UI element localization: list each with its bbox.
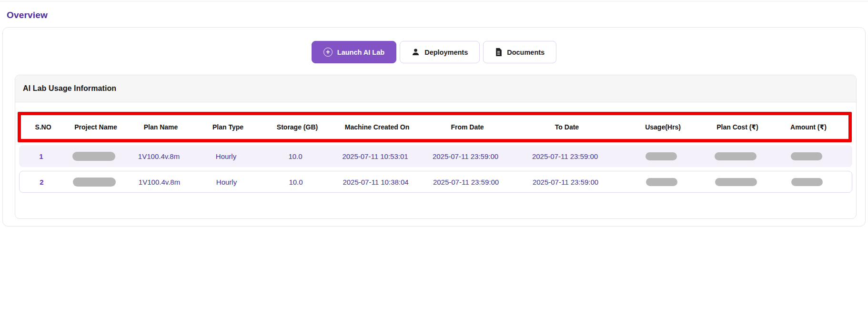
column-header-to-date: To Date (515, 123, 619, 131)
document-icon (495, 48, 502, 56)
plus-circle-icon: + (323, 48, 333, 57)
cell-usage-hrs (618, 178, 705, 186)
launch-ai-lab-label: Launch AI Lab (337, 49, 384, 56)
redacted-value-pill (72, 152, 115, 161)
redacted-value-pill (73, 178, 116, 187)
redacted-value-pill (791, 152, 822, 160)
top-divider (0, 1, 868, 1)
column-header-sno: S.NO (21, 123, 65, 131)
cell-amount (767, 178, 847, 186)
cell-usage-hrs (617, 152, 705, 160)
cell-plan-name: 1V100.4v.8m (124, 152, 193, 160)
person-icon (412, 48, 420, 56)
usage-info-card-header: AI Lab Usage Information (15, 75, 856, 102)
cell-plan-type: Hourly (193, 152, 259, 160)
redacted-value-pill (715, 178, 757, 186)
cell-plan-cost (705, 152, 767, 160)
redacted-value-pill (646, 178, 677, 186)
table-header-row: S.NO Project Name Plan Name Plan Type St… (21, 115, 848, 139)
column-header-project: Project Name (65, 123, 126, 131)
column-header-usage-hrs: Usage(Hrs) (619, 123, 707, 131)
redacted-value-pill (715, 152, 757, 160)
documents-button[interactable]: Documents (483, 41, 556, 63)
column-header-storage: Storage (GB) (261, 123, 334, 131)
cell-storage: 10.0 (259, 152, 332, 160)
overview-card: + Launch AI Lab Deployments Documents AI… (2, 27, 866, 227)
cell-from-date: 2025-07-11 23:59:00 (419, 178, 513, 186)
redacted-value-pill (791, 178, 823, 186)
cell-sno: 2 (20, 178, 64, 186)
cell-plan-cost (705, 178, 767, 186)
column-header-machine-created: Machine Created On (334, 123, 420, 131)
table-row: 1 1V100.4v.8m Hourly 10.0 2025-07-11 10:… (19, 145, 852, 167)
cell-to-date: 2025-07-11 23:59:00 (513, 152, 617, 160)
cell-plan-type: Hourly (194, 178, 259, 186)
deployments-button[interactable]: Deployments (400, 41, 480, 63)
column-header-plan-name: Plan Name (126, 123, 195, 131)
cell-machine-created: 2025-07-11 10:38:04 (333, 178, 419, 186)
column-header-plan-type: Plan Type (195, 123, 261, 131)
column-header-amount: Amount (₹) (768, 123, 848, 131)
redacted-value-pill (646, 152, 677, 160)
launch-ai-lab-button[interactable]: + Launch AI Lab (312, 41, 396, 63)
toolbar: + Launch AI Lab Deployments Documents (3, 28, 865, 63)
cell-plan-name: 1V100.4v.8m (125, 178, 194, 186)
usage-info-card-title: AI Lab Usage Information (23, 84, 116, 93)
cell-from-date: 2025-07-11 23:59:00 (418, 152, 513, 160)
page-title: Overview (7, 10, 868, 20)
usage-info-card: AI Lab Usage Information S.NO Project Na… (15, 75, 857, 219)
cell-amount (767, 152, 847, 160)
cell-sno: 1 (19, 152, 63, 160)
documents-label: Documents (507, 49, 545, 56)
column-header-plan-cost: Plan Cost (₹) (707, 123, 768, 131)
cell-to-date: 2025-07-11 23:59:00 (513, 178, 618, 186)
deployments-label: Deployments (424, 49, 468, 56)
cell-storage: 10.0 (259, 178, 333, 186)
cell-project-name (63, 151, 124, 160)
column-header-from-date: From Date (420, 123, 515, 131)
table-body: 1 1V100.4v.8m Hourly 10.0 2025-07-11 10:… (15, 145, 856, 193)
cell-project-name (64, 177, 125, 186)
table-row: 2 1V100.4v.8m Hourly 10.0 2025-07-11 10:… (19, 171, 852, 193)
table-header-red-highlight: S.NO Project Name Plan Name Plan Type St… (18, 112, 852, 142)
cell-machine-created: 2025-07-11 10:53:01 (332, 152, 418, 160)
